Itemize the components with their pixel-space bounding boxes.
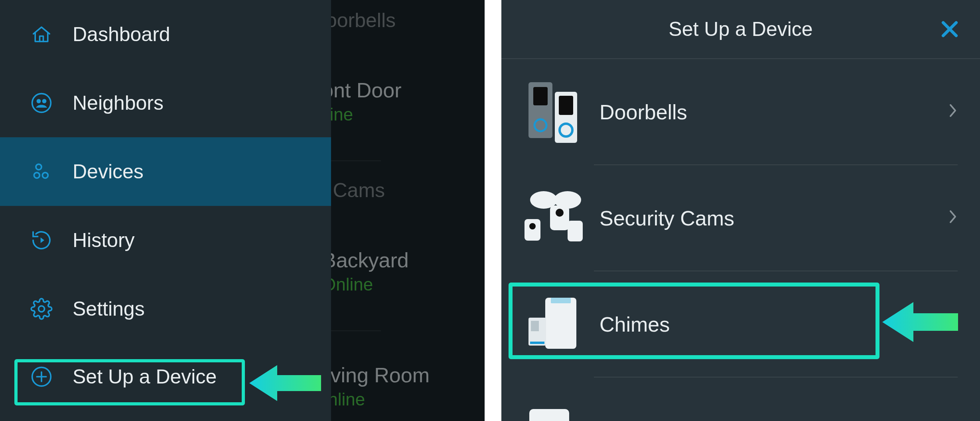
svg-rect-39: [530, 342, 544, 344]
svg-rect-35: [545, 298, 576, 349]
plus-circle-icon: [30, 365, 53, 389]
category-peek: [517, 401, 589, 421]
sidebar-item-label: Set Up a Device: [73, 365, 217, 388]
category-label: Security Cams: [599, 206, 948, 230]
chevron-right-icon: [948, 209, 958, 228]
svg-point-33: [529, 223, 536, 229]
sidebar-item-label: History: [73, 229, 135, 252]
sidebar-item-label: Devices: [73, 160, 144, 183]
sidebar-item-devices[interactable]: Devices: [0, 137, 331, 206]
close-icon: [939, 18, 961, 40]
chevron-right-icon: [948, 103, 958, 122]
svg-point-12: [34, 172, 39, 178]
history-icon: [30, 228, 53, 252]
category-label: Chimes: [599, 312, 948, 336]
svg-marker-14: [41, 237, 44, 243]
category-doorbells[interactable]: Doorbells: [501, 59, 980, 165]
category-security-cams[interactable]: Security Cams: [501, 165, 980, 271]
svg-rect-32: [525, 219, 540, 241]
close-button[interactable]: [937, 16, 962, 42]
device-status: Online: [322, 275, 409, 295]
category-list: Doorbells Security Cams: [501, 59, 980, 378]
devices-icon: [30, 160, 53, 184]
device-name: Living Room: [314, 363, 430, 387]
svg-point-15: [39, 306, 45, 312]
svg-rect-40: [529, 409, 569, 421]
home-icon: [30, 22, 53, 46]
svg-point-13: [42, 172, 48, 178]
sidebar-item-label: Dashboard: [73, 23, 170, 46]
doorbells-image: [517, 78, 589, 146]
chimes-image: [517, 291, 589, 358]
neighbors-icon: [30, 91, 53, 115]
sidebar-item-dashboard[interactable]: Dashboard: [0, 0, 331, 69]
sidebar-item-neighbors[interactable]: Neighbors: [0, 69, 331, 137]
sidebar-item-history[interactable]: History: [0, 206, 331, 275]
svg-rect-36: [551, 298, 571, 303]
sidebar-nav: Dashboard Neighbors Devices History Sett…: [0, 0, 331, 421]
device-name: Backyard: [322, 248, 409, 272]
svg-point-11: [36, 164, 41, 170]
setup-title: Set Up a Device: [668, 18, 812, 41]
svg-rect-38: [531, 321, 539, 331]
svg-point-10: [42, 99, 47, 103]
svg-rect-23: [533, 87, 548, 105]
screenshot-left: Video Doorbells Front Door Online Securi…: [0, 0, 485, 421]
svg-rect-34: [568, 221, 583, 241]
sidebar-item-label: Neighbors: [73, 91, 164, 115]
svg-point-9: [37, 99, 41, 103]
sidebar-item-settings[interactable]: Settings: [0, 275, 331, 343]
security-cams-image: [517, 184, 589, 252]
sidebar-item-label: Settings: [73, 297, 145, 320]
category-label: Doorbells: [599, 100, 948, 124]
setup-header: Set Up a Device: [501, 0, 980, 59]
svg-point-8: [32, 94, 51, 113]
svg-rect-26: [559, 96, 573, 115]
svg-point-31: [556, 209, 564, 217]
screenshot-divider: [485, 0, 501, 421]
device-list-backdrop: Video Doorbells Front Door Online Securi…: [331, 0, 485, 421]
sidebar-item-setup-device[interactable]: Set Up a Device: [0, 343, 331, 410]
screenshot-right: Set Up a Device Doorbells: [501, 0, 980, 421]
chevron-right-icon: [948, 315, 958, 334]
gear-icon: [30, 297, 53, 321]
device-status: Online: [314, 389, 430, 409]
category-chimes[interactable]: Chimes: [501, 271, 980, 378]
